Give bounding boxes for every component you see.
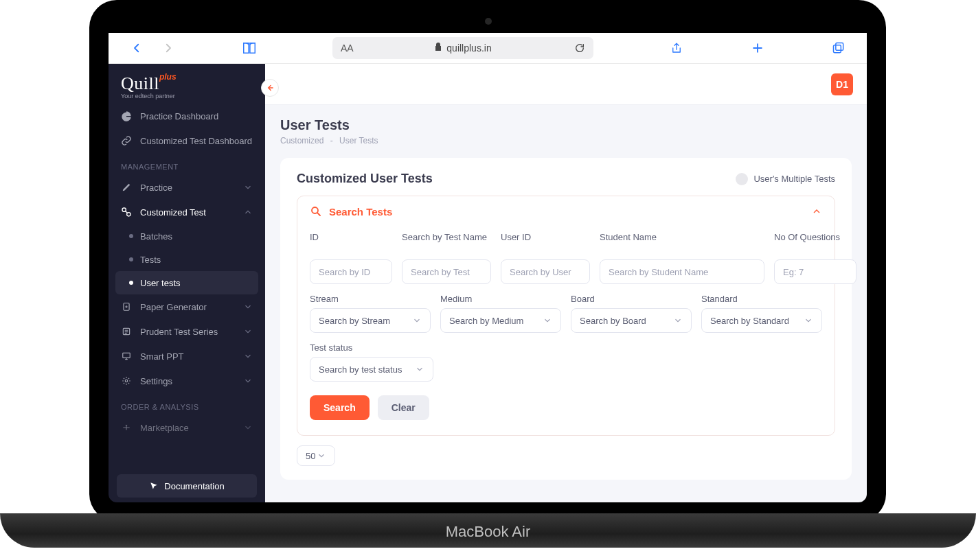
sidebar-item-customized-test-dashboard[interactable]: Customized Test Dashboard (109, 128, 265, 153)
test-name-label: Search by Test Name (402, 232, 491, 255)
camera-dot (485, 18, 492, 25)
documentation-button[interactable]: Documentation (117, 474, 257, 498)
board-label: Board (571, 294, 692, 304)
sidebar-item-smart-ppt[interactable]: Smart PPT (109, 344, 265, 369)
list-icon (121, 326, 132, 337)
sidebar-sub-label: Batches (140, 231, 172, 242)
sidebar-item-label: Customized Test (140, 207, 206, 218)
sidebar-collapse-button[interactable] (261, 79, 279, 97)
chevron-down-icon (243, 327, 253, 336)
user-avatar[interactable]: D1 (831, 73, 853, 95)
sidebar-item-label: Prudent Test Series (140, 327, 218, 337)
browser-toolbar: AA quillplus.in (109, 32, 867, 64)
test-status-label: Test status (310, 342, 822, 353)
search-panel-header[interactable]: Search Tests (297, 196, 835, 226)
board-select[interactable]: Search by Board (571, 308, 692, 333)
reader-icon[interactable] (238, 36, 261, 60)
medium-select[interactable]: Search by Medium (440, 308, 561, 333)
monitor-icon (121, 351, 132, 362)
app-logo: Quillplus Your edtech partner (109, 64, 265, 104)
standard-select[interactable]: Search by Standard (701, 308, 822, 333)
chevron-down-icon (243, 423, 253, 432)
sidebar-sub-label: User tests (140, 278, 181, 288)
user-id-input[interactable] (501, 259, 590, 284)
app-header: D1 (265, 64, 867, 105)
chevron-down-icon (243, 183, 253, 192)
svg-rect-1 (834, 45, 841, 52)
stream-select[interactable]: Search by Stream (310, 308, 431, 333)
gear-icon (121, 375, 132, 386)
chevron-down-icon (412, 316, 422, 325)
sidebar-sub-user-tests[interactable]: User tests (115, 271, 258, 294)
sidebar-item-customized-test[interactable]: Customized Test (109, 200, 265, 224)
breadcrumb: Customized - User Tests (280, 136, 852, 145)
marketplace-icon (121, 422, 132, 433)
page-title: User Tests (280, 117, 852, 133)
sidebar-item-label: Practice Dashboard (140, 111, 218, 121)
link-icon (121, 135, 132, 146)
card-title: Customized User Tests (297, 172, 433, 186)
sidebar-item-settings[interactable]: Settings (109, 369, 265, 393)
test-status-select[interactable]: Search by test status (310, 357, 433, 382)
tabs-icon[interactable] (827, 36, 850, 60)
sidebar-sub-batches[interactable]: Batches (109, 224, 265, 248)
sidebar-item-practice[interactable]: Practice (109, 175, 265, 200)
id-input[interactable] (310, 259, 392, 284)
users-multiple-tests-link[interactable]: User's Multiple Tests (736, 173, 835, 185)
sidebar: Quillplus Your edtech partner Practice D… (109, 64, 265, 506)
pie-chart-icon (121, 110, 132, 121)
student-name-label: Student Name (600, 232, 764, 255)
clear-button[interactable]: Clear (378, 395, 429, 420)
sidebar-section-order: ORDER & ANALYSIS (109, 393, 265, 415)
page-size-select[interactable]: 50 (297, 445, 335, 466)
svg-rect-6 (123, 353, 130, 358)
chevron-down-icon (543, 316, 552, 325)
sidebar-section-management: MANAGEMENT (109, 153, 265, 175)
new-tab-icon[interactable] (746, 36, 769, 60)
stream-label: Stream (310, 294, 431, 304)
student-name-input[interactable] (600, 259, 764, 284)
chevron-down-icon (243, 351, 253, 361)
svg-point-2 (122, 208, 126, 211)
sidebar-item-marketplace[interactable]: Marketplace (109, 415, 265, 440)
test-name-input[interactable] (402, 259, 491, 284)
chevron-up-icon (811, 206, 822, 217)
chevron-down-icon (243, 302, 253, 312)
address-bar[interactable]: AA quillplus.in (332, 37, 593, 59)
search-button[interactable]: Search (310, 395, 370, 420)
chevron-up-icon (243, 207, 253, 217)
cursor-icon (149, 481, 159, 491)
sidebar-item-label: Settings (140, 376, 172, 386)
sidebar-item-label: Practice (140, 183, 172, 193)
documentation-label: Documentation (164, 481, 224, 491)
paper-icon (121, 301, 132, 312)
pencil-icon (121, 182, 132, 193)
id-label: ID (310, 232, 392, 255)
sidebar-sub-label: Tests (140, 255, 161, 265)
lock-icon (434, 42, 442, 54)
no-of-questions-input[interactable] (774, 259, 856, 284)
cloud-download-icon (736, 173, 748, 185)
breadcrumb-item[interactable]: Customized (280, 136, 324, 145)
customized-test-icon (121, 207, 132, 218)
user-tests-card: Customized User Tests User's Multiple Te… (280, 158, 852, 480)
sidebar-item-label: Smart PPT (140, 351, 184, 362)
search-panel-title: Search Tests (329, 206, 392, 218)
sidebar-item-practice-dashboard[interactable]: Practice Dashboard (109, 104, 265, 128)
user-id-label: User ID (501, 232, 590, 255)
sidebar-item-label: Marketplace (140, 423, 189, 433)
browser-forward-button[interactable] (157, 36, 180, 60)
chevron-down-icon (243, 376, 253, 386)
reload-icon[interactable] (574, 43, 585, 54)
svg-rect-0 (836, 43, 843, 50)
sidebar-item-prudent-test-series[interactable]: Prudent Test Series (109, 319, 265, 344)
share-icon[interactable] (665, 36, 688, 60)
sidebar-sub-tests[interactable]: Tests (109, 248, 265, 271)
sidebar-item-paper-generator[interactable]: Paper Generator (109, 294, 265, 319)
browser-back-button[interactable] (125, 36, 148, 60)
search-tests-panel: Search Tests ID Search by Test Name (297, 196, 835, 436)
laptop-model-label: MacBook Air (0, 523, 976, 541)
svg-point-3 (127, 213, 130, 216)
chevron-down-icon (673, 316, 683, 325)
sidebar-item-label: Customized Test Dashboard (140, 136, 252, 146)
